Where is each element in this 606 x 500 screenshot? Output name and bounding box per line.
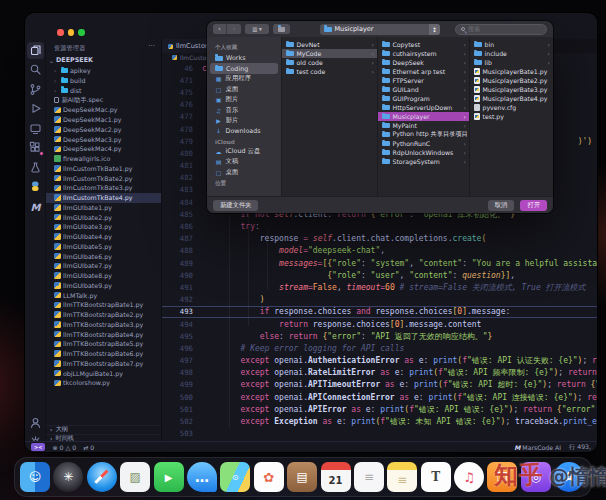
file-tree-item[interactable]: llmGUIbate3.py (46, 222, 161, 232)
code-line[interactable]: 492 ) (162, 294, 597, 306)
code-line[interactable]: 486 try: (162, 220, 597, 232)
column-item-test.py[interactable]: test.py (470, 112, 553, 121)
source-control-icon[interactable] (27, 81, 44, 98)
marscode-icon[interactable]: M (27, 198, 44, 215)
file-tree-item[interactable]: llmGUIbate8.py (46, 271, 161, 281)
file-tree-item[interactable]: LLMTalk.py (46, 290, 161, 300)
column-item-MusicplayerBate1.py[interactable]: MusicplayerBate1.py (470, 67, 553, 76)
location-dropdown[interactable]: Musicplayer ↕ (320, 24, 440, 35)
back-button[interactable]: ‹ (213, 24, 227, 34)
file-tree-item[interactable]: llmGUIbate7.py (46, 261, 161, 271)
explorer-more-icon[interactable]: ··· (148, 42, 155, 50)
problems-indicator[interactable]: ⊗ 0 △ 0 (52, 444, 76, 451)
column-item-include[interactable]: include› (470, 49, 553, 58)
column-item-HttpServerUpDown[interactable]: HttpServerUpDown› (378, 103, 469, 112)
column-item-GUIProgram[interactable]: GUIProgram› (378, 94, 469, 103)
file-tree-item[interactable]: firewallgirls.ico (46, 154, 161, 164)
code-line[interactable]: 495 else: return {"error": "API 返回了无效的响应… (162, 330, 597, 342)
dock-icon-finder[interactable]: ☺ (20, 462, 50, 492)
column-item-cuthairsystem[interactable]: cuthairsystem› (378, 49, 469, 58)
sidebar-item-iCloud 云盘[interactable]: ☁iCloud 云盘 (210, 146, 278, 156)
remote-explorer-icon[interactable] (27, 120, 44, 137)
dock-icon-maps[interactable]: ⊙ (220, 462, 250, 492)
dock-icon-notes[interactable]: ≡ (387, 462, 417, 492)
column-item-MusicplayerBate3.py[interactable]: MusicplayerBate3.py (470, 85, 553, 94)
column-item-bin[interactable]: bin› (470, 40, 553, 49)
column-item-StorageSystem[interactable]: StorageSystem› (378, 157, 469, 166)
column-item-MyCode[interactable]: MyCode› (282, 49, 377, 58)
code-line[interactable]: 488 model="deepseek-chat", (162, 245, 597, 257)
column-item-MusicplayerBate2.py[interactable]: MusicplayerBate2.py (470, 76, 553, 85)
dock-icon-safari[interactable] (87, 462, 117, 492)
file-tree-item[interactable]: llmGUIbate4.py (46, 232, 161, 242)
marscode-ai-status[interactable]: M MarsCode AI (514, 444, 561, 451)
code-line[interactable]: 501 except openai.APIError as e: print(f… (162, 403, 597, 415)
sidebar-item-Works[interactable]: Works (210, 53, 278, 63)
code-line[interactable]: 494 return response.choices[0].message.c… (162, 318, 597, 330)
zoom-button[interactable] (78, 29, 85, 36)
dock-icon-calendar[interactable]: 21 (321, 462, 351, 492)
dock-icon-contacts[interactable]: ▤ (287, 462, 317, 492)
file-tree-item[interactable]: DeepSeekMac1.py (46, 115, 161, 125)
new-folder-icon-button[interactable] (273, 24, 290, 34)
file-tree-item[interactable]: llmTTKBootstrapBate7.py (46, 359, 161, 369)
code-line[interactable]: 496 # Keep error logging for API calls (162, 342, 597, 354)
dock-icon-preview[interactable]: ▨ (120, 462, 150, 492)
column-item-RdpUnlockWindows[interactable]: RdpUnlockWindows› (378, 148, 469, 157)
file-tree-item[interactable]: ›dist (46, 86, 161, 96)
file-tree-item[interactable]: llmGUIbate5.py (46, 242, 161, 252)
column-item-DeepSeek[interactable]: DeepSeek› (378, 58, 469, 67)
code-line[interactable]: 489 messages=[{"role": "system", "conten… (162, 257, 597, 269)
file-tree-item[interactable]: llmGUIbate1.py (46, 203, 161, 213)
column-item-DevNet[interactable]: DevNet› (282, 40, 377, 49)
file-tree-item[interactable]: DeepSeekMac.py (46, 105, 161, 115)
dock-icon-textedit[interactable]: T (421, 462, 451, 492)
file-tree-item[interactable]: llmCustomTkBate4.py (46, 193, 161, 203)
account-icon[interactable] (27, 414, 44, 431)
file-tree-item[interactable]: llmCustomTkBate3.py (46, 183, 161, 193)
file-tree-item[interactable]: DeepSeekMac2.py (46, 125, 161, 135)
dock-icon-music[interactable]: ♫ (454, 462, 484, 492)
sidebar-item-音乐[interactable]: ♫音乐 (210, 105, 278, 115)
sidebar-item-影片[interactable]: ▶影片 (210, 115, 278, 125)
column-item-Musicplayer[interactable]: Musicplayer› (378, 112, 469, 121)
sidebar-item-桌面[interactable]: ▢桌面 (210, 84, 278, 94)
file-tree-item[interactable]: llmGUIbate9.py (46, 281, 161, 291)
file-tree-item[interactable]: llmTTKBootstrapBate2.py (46, 310, 161, 320)
code-line[interactable]: 491 stream=False, timeout=60 # stream=Fa… (162, 281, 597, 293)
code-line[interactable]: 493 if response.choices and response.cho… (162, 306, 597, 318)
testing-icon[interactable] (27, 159, 44, 176)
file-tree-item[interactable]: ›apikey (46, 66, 161, 76)
file-tree-item[interactable]: ›build (46, 76, 161, 86)
file-tree-item[interactable]: tkcolorshow.py (46, 378, 161, 388)
column-item-old code[interactable]: old code› (282, 58, 377, 67)
column-item-pyvenv.cfg[interactable]: pyvenv.cfg (470, 103, 553, 112)
file-tree-item[interactable]: llmTTKBootstrapBate1.py (46, 300, 161, 310)
extensions-icon[interactable] (27, 139, 44, 156)
file-tree-item[interactable]: llmCustomTkBate1.py (46, 164, 161, 174)
column-item-Copytest[interactable]: Copytest› (378, 40, 469, 49)
forward-button[interactable]: › (227, 24, 241, 34)
file-tree-item[interactable]: llmTTKBootstrapBate5.py (46, 339, 161, 349)
close-button[interactable] (57, 29, 64, 36)
file-tree-item[interactable]: DeepSeekMac4.py (46, 144, 161, 154)
code-line[interactable]: 499 except openai.APITimeoutError as e: … (162, 379, 597, 391)
new-folder-button[interactable]: 新建文件夹 (213, 200, 258, 211)
explorer-root-folder[interactable]: ⌄ DEEPSEEK (46, 55, 161, 65)
dock-icon-photos[interactable]: ✿ (254, 462, 284, 492)
code-line[interactable]: 503 (162, 428, 597, 440)
column-item-Ethernet arp test[interactable]: Ethernet arp test› (378, 67, 469, 76)
sidebar-item-应用程序[interactable]: ▦应用程序 (210, 74, 278, 84)
file-tree-item[interactable]: objLLMguiBate1.py (46, 368, 161, 378)
column-item-lib[interactable]: lib› (470, 58, 553, 67)
minimize-button[interactable] (68, 29, 75, 36)
code-line[interactable]: 487 response = self.client.chat.completi… (162, 233, 597, 245)
dock-icon-launchpad[interactable]: ✳ (53, 462, 83, 492)
dock-icon-facetime[interactable]: ▶ (154, 462, 184, 492)
sidebar-item-Downloads[interactable]: ↓Downloads (210, 126, 278, 136)
column-item-MyPaint[interactable]: MyPaint› (378, 121, 469, 130)
code-line[interactable]: 502 except Exception as e: print(f"错误: 未… (162, 415, 597, 427)
column-item-GUILand[interactable]: GUILand› (378, 85, 469, 94)
code-line[interactable]: 498 except openai.RateLimitError as e: p… (162, 367, 597, 379)
file-tree-item[interactable]: llmTTKBootstrapBate3.py (46, 320, 161, 330)
